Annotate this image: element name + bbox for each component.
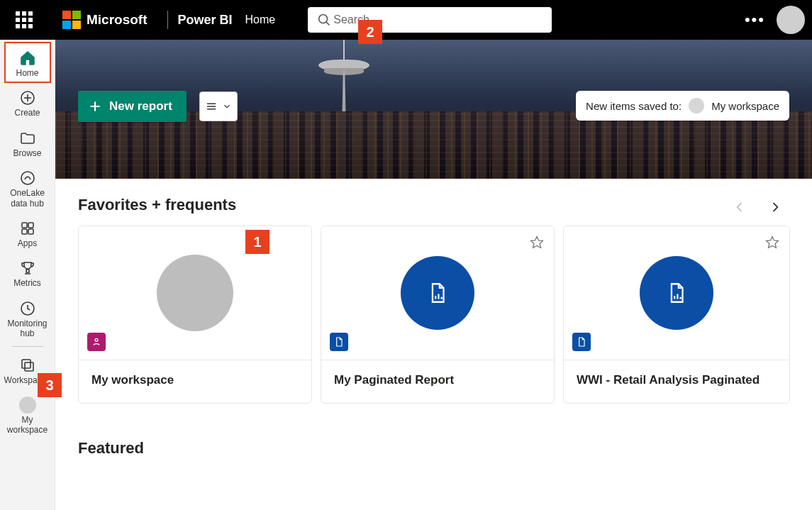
sidebar-item-home[interactable]: Home (5, 43, 50, 82)
sidebar-item-label: Browse (13, 148, 41, 158)
divider (167, 11, 168, 29)
sidebar-item-label: OneLake data hub (10, 188, 45, 209)
plus-circle-icon (19, 89, 36, 106)
app-launcher-icon[interactable] (13, 9, 35, 31)
sidebar-item-apps[interactable]: Apps (5, 213, 50, 253)
avatar[interactable] (777, 6, 805, 34)
saved-to-prefix: New items saved to: (586, 100, 682, 112)
trophy-icon (19, 260, 36, 277)
workspace-avatar-icon (19, 397, 36, 414)
chevron-right-icon (768, 200, 782, 214)
card-title: My Paginated Report (321, 360, 554, 403)
search-icon (316, 12, 332, 28)
hero-banner: New report New items saved to: My worksp… (55, 40, 812, 179)
workspace-dot-icon (689, 98, 704, 113)
paginated-badge-icon (330, 333, 348, 351)
card-my-paginated-report[interactable]: My Paginated Report (321, 226, 555, 404)
home-icon (19, 50, 36, 67)
chevron-left-icon (733, 200, 747, 214)
svg-point-18 (95, 338, 98, 341)
favorites-cards: My workspace My Paginated Report (78, 226, 789, 404)
featured-title: Featured (78, 439, 789, 458)
svg-rect-12 (25, 362, 33, 371)
svg-rect-7 (28, 223, 33, 228)
annotation-3: 3 (38, 373, 62, 397)
monitoring-icon (19, 300, 36, 317)
sidebar: Home Create Browse OneLake data hub Apps… (0, 40, 55, 510)
card-my-workspace[interactable]: My workspace (78, 226, 312, 404)
svg-point-0 (319, 15, 328, 23)
main: New report New items saved to: My worksp… (55, 40, 812, 510)
sidebar-item-metrics[interactable]: Metrics (5, 253, 50, 292)
sidebar-item-onelake[interactable]: OneLake data hub (5, 162, 50, 213)
sidebar-item-label: Home (16, 68, 38, 78)
sidebar-item-label: My workspace (7, 415, 48, 436)
workspaces-icon (19, 357, 36, 374)
next-button[interactable] (764, 196, 786, 218)
svg-marker-20 (767, 237, 779, 248)
saved-to-pill[interactable]: New items saved to: My workspace (576, 91, 789, 121)
carousel-pager (728, 196, 789, 218)
microsoft-logo (62, 11, 81, 29)
svg-rect-8 (22, 229, 27, 234)
favorites-title: Favorites + frequents (78, 196, 236, 214)
breadcrumb: Home (245, 13, 276, 26)
svg-point-5 (21, 172, 34, 184)
apps-icon (19, 220, 36, 237)
view-toggle-button[interactable] (199, 92, 238, 121)
svg-rect-9 (28, 229, 33, 234)
star-icon (765, 235, 779, 249)
prev-button[interactable] (728, 196, 751, 218)
saved-to-target: My workspace (711, 100, 779, 112)
new-report-label: New report (109, 99, 172, 113)
plus-icon (88, 99, 102, 113)
product-name[interactable]: Power BI (178, 13, 233, 28)
report-thumb-icon (640, 256, 713, 330)
topbar: Microsoft Power BI Home ••• (0, 0, 812, 40)
annotation-1: 1 (245, 230, 269, 254)
divider (12, 346, 43, 347)
card-wwi-retail[interactable]: WWI - Retail Analysis Paginated (563, 226, 790, 404)
sidebar-item-label: Metrics (13, 278, 41, 288)
annotation-2: 2 (358, 20, 382, 44)
sidebar-item-label: Apps (18, 238, 37, 248)
search-box[interactable] (308, 7, 552, 33)
more-icon[interactable]: ••• (745, 11, 765, 29)
chevron-down-icon (222, 101, 232, 111)
new-report-button[interactable]: New report (78, 91, 187, 122)
sidebar-item-monitoring[interactable]: Monitoring hub (5, 293, 50, 343)
sidebar-item-create[interactable]: Create (5, 82, 50, 122)
report-thumb-icon (401, 256, 474, 330)
list-view-icon (205, 100, 218, 113)
folder-icon (19, 130, 36, 147)
favorite-toggle[interactable] (530, 235, 544, 252)
svg-rect-6 (22, 223, 27, 228)
workspace-thumb-icon (157, 255, 233, 331)
sidebar-item-label: Monitoring hub (7, 318, 47, 339)
card-title: My workspace (79, 360, 311, 403)
card-title: WWI - Retail Analysis Paginated (564, 360, 789, 403)
sidebar-item-label: Create (14, 108, 40, 118)
microsoft-word: Microsoft (87, 12, 148, 28)
favorite-toggle[interactable] (765, 235, 779, 252)
star-icon (530, 235, 544, 249)
sidebar-item-browse[interactable]: Browse (5, 123, 50, 162)
svg-rect-11 (22, 360, 30, 368)
svg-marker-19 (531, 237, 543, 248)
svg-line-1 (326, 22, 329, 25)
onelake-icon (19, 170, 36, 187)
workspace-badge-icon (87, 333, 106, 351)
paginated-badge-icon (572, 333, 591, 351)
